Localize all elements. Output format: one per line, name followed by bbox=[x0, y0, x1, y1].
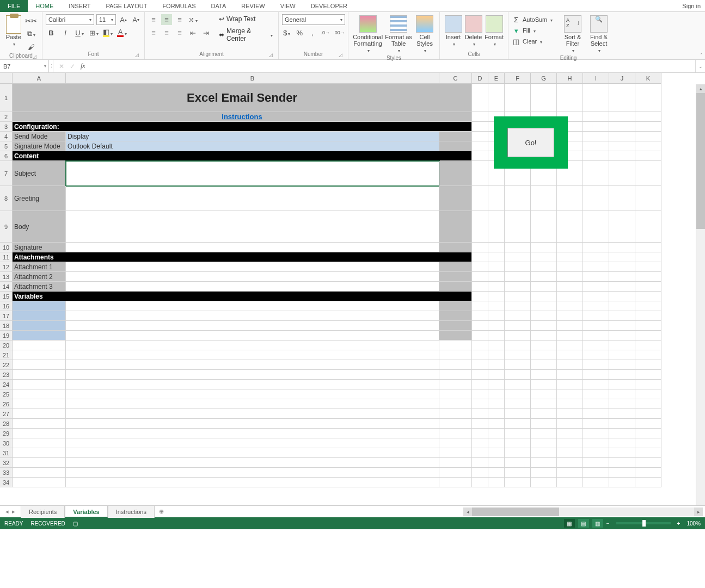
cell-A17[interactable] bbox=[13, 311, 66, 321]
cell-F30[interactable] bbox=[505, 438, 531, 448]
cell-G33[interactable] bbox=[531, 468, 557, 478]
cell-B4[interactable]: Display bbox=[66, 132, 439, 141]
cell-D13[interactable] bbox=[472, 272, 488, 282]
underline-button[interactable]: U bbox=[74, 27, 85, 38]
scroll-left-icon[interactable]: ◂ bbox=[463, 507, 472, 516]
cell-F20[interactable] bbox=[505, 341, 531, 350]
cell-G17[interactable] bbox=[531, 311, 557, 321]
cell-E15[interactable] bbox=[488, 292, 505, 301]
cell-J13[interactable] bbox=[609, 272, 635, 282]
cell-I13[interactable] bbox=[583, 272, 609, 282]
cell-H30[interactable] bbox=[557, 438, 583, 448]
cell-I11[interactable] bbox=[583, 252, 609, 262]
find-select-button[interactable]: 🔍Find & Select bbox=[586, 14, 612, 54]
cell-J1[interactable] bbox=[609, 84, 635, 112]
cell-A9[interactable]: Body bbox=[13, 211, 66, 243]
page-layout-view-button[interactable]: ▤ bbox=[578, 519, 589, 528]
cell-B25[interactable] bbox=[66, 389, 439, 399]
cell-K10[interactable] bbox=[635, 243, 661, 252]
cell-G28[interactable] bbox=[531, 419, 557, 429]
cell-J24[interactable] bbox=[609, 380, 635, 389]
cell-B10[interactable] bbox=[66, 243, 439, 252]
wrap-text-button[interactable]: ↩Wrap Text bbox=[217, 14, 275, 24]
cell-I20[interactable] bbox=[583, 341, 609, 350]
cell-G23[interactable] bbox=[531, 370, 557, 380]
cell-K7[interactable] bbox=[635, 161, 661, 186]
rowhead-16[interactable]: 16 bbox=[0, 301, 13, 311]
cell-F34[interactable] bbox=[505, 478, 531, 487]
enter-formula-icon[interactable]: ✓ bbox=[70, 63, 75, 70]
cell-B23[interactable] bbox=[66, 370, 439, 380]
cell-A21[interactable] bbox=[13, 350, 66, 360]
cell-C27[interactable] bbox=[439, 409, 472, 419]
cell-F24[interactable] bbox=[505, 380, 531, 389]
clipboard-dialog-icon[interactable]: ◿ bbox=[31, 53, 38, 60]
cell-G31[interactable] bbox=[531, 448, 557, 458]
cell-H28[interactable] bbox=[557, 419, 583, 429]
cell-J21[interactable] bbox=[609, 350, 635, 360]
cell-A34[interactable] bbox=[13, 478, 66, 487]
cell-F18[interactable] bbox=[505, 321, 531, 331]
cell-D14[interactable] bbox=[472, 282, 488, 292]
cell-H12[interactable] bbox=[557, 262, 583, 272]
cell-I16[interactable] bbox=[583, 301, 609, 311]
cell-E31[interactable] bbox=[488, 448, 505, 458]
cell-C33[interactable] bbox=[439, 468, 472, 478]
cell-D8[interactable] bbox=[472, 186, 488, 211]
cell-B24[interactable] bbox=[66, 380, 439, 389]
cell-J7[interactable] bbox=[609, 161, 635, 186]
rowhead-34[interactable]: 34 bbox=[0, 478, 13, 487]
cell-I26[interactable] bbox=[583, 399, 609, 409]
cell-K6[interactable] bbox=[635, 151, 661, 161]
rowhead-14[interactable]: 14 bbox=[0, 282, 13, 292]
cell-D18[interactable] bbox=[472, 321, 488, 331]
cell-A25[interactable] bbox=[13, 389, 66, 399]
cell-E27[interactable] bbox=[488, 409, 505, 419]
cell-I4[interactable] bbox=[583, 132, 609, 141]
cell-J4[interactable] bbox=[609, 132, 635, 141]
cell-D5[interactable] bbox=[472, 141, 488, 151]
tab-data[interactable]: DATA bbox=[204, 0, 234, 12]
sheet-nav-next-icon[interactable]: ▸ bbox=[12, 508, 15, 515]
cell-F26[interactable] bbox=[505, 399, 531, 409]
cell-D28[interactable] bbox=[472, 419, 488, 429]
cell-H11[interactable] bbox=[557, 252, 583, 262]
cell-A8[interactable]: Greeting bbox=[13, 186, 66, 211]
rowhead-28[interactable]: 28 bbox=[0, 419, 13, 429]
cell-C12[interactable] bbox=[439, 262, 472, 272]
cell-J20[interactable] bbox=[609, 341, 635, 350]
cell-K15[interactable] bbox=[635, 292, 661, 301]
rowhead-19[interactable]: 19 bbox=[0, 331, 13, 341]
rowhead-32[interactable]: 32 bbox=[0, 458, 13, 468]
cell-C18[interactable] bbox=[439, 321, 472, 331]
cell-C8[interactable] bbox=[439, 186, 472, 211]
rowhead-5[interactable]: 5 bbox=[0, 141, 13, 151]
cell-J16[interactable] bbox=[609, 301, 635, 311]
cell-G20[interactable] bbox=[531, 341, 557, 350]
cell-I2[interactable] bbox=[583, 112, 609, 122]
cell-D15[interactable] bbox=[472, 292, 488, 301]
cell-J25[interactable] bbox=[609, 389, 635, 399]
cell-H18[interactable] bbox=[557, 321, 583, 331]
cell-F19[interactable] bbox=[505, 331, 531, 341]
cell-A29[interactable] bbox=[13, 429, 66, 438]
cell-J3[interactable] bbox=[609, 122, 635, 132]
cell-A3[interactable]: Configuration: bbox=[13, 122, 472, 132]
cell-E12[interactable] bbox=[488, 262, 505, 272]
italic-button[interactable]: I bbox=[60, 27, 71, 38]
rowhead-6[interactable]: 6 bbox=[0, 151, 13, 161]
cell-D2[interactable] bbox=[472, 112, 488, 122]
rowhead-33[interactable]: 33 bbox=[0, 468, 13, 478]
cell-A15[interactable]: Variables bbox=[13, 292, 472, 301]
cell-E1[interactable] bbox=[488, 84, 505, 112]
cell-F28[interactable] bbox=[505, 419, 531, 429]
cell-I6[interactable] bbox=[583, 151, 609, 161]
cell-C20[interactable] bbox=[439, 341, 472, 350]
cell-E11[interactable] bbox=[488, 252, 505, 262]
tab-view[interactable]: VIEW bbox=[273, 0, 303, 12]
cell-E22[interactable] bbox=[488, 360, 505, 370]
cell-A11[interactable]: Attachments bbox=[13, 252, 472, 262]
cell-K31[interactable] bbox=[635, 448, 661, 458]
cell-G1[interactable] bbox=[531, 84, 557, 112]
cell-G8[interactable] bbox=[531, 186, 557, 211]
